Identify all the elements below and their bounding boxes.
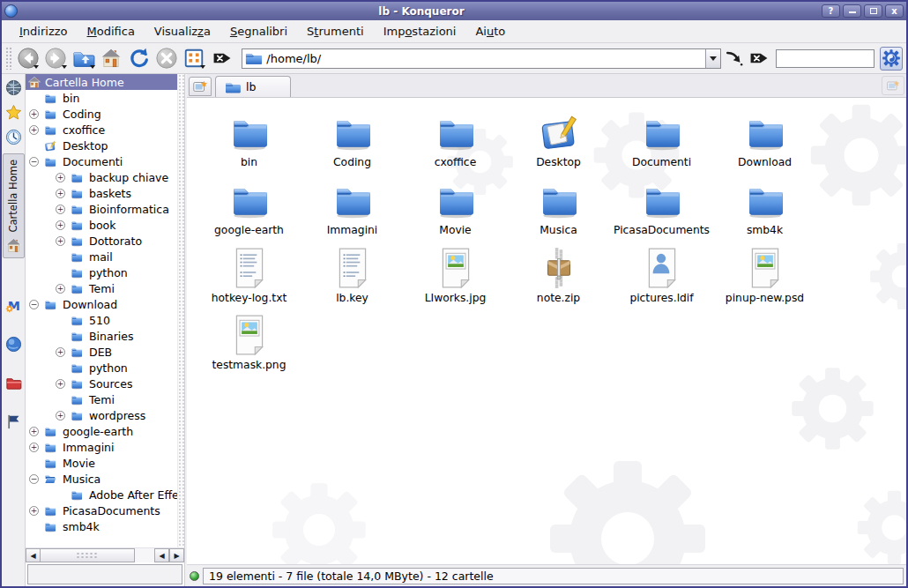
- file-item-movie[interactable]: Movie: [406, 178, 505, 237]
- new-tab-button[interactable]: [189, 77, 212, 96]
- up-dropdown-arrow[interactable]: [90, 65, 95, 69]
- file-item-testmask-png[interactable]: testmask.png: [200, 313, 299, 372]
- expand-icon[interactable]: +: [56, 379, 65, 389]
- tree-item-sources[interactable]: +Sources: [26, 376, 177, 391]
- sidebar-tab-home-folder[interactable]: Cartella Home: [3, 153, 25, 258]
- file-item-download[interactable]: Download: [716, 110, 815, 169]
- tree-item-temi[interactable]: Temi: [26, 391, 177, 407]
- up-button[interactable]: [71, 45, 97, 71]
- search-input[interactable]: [776, 49, 875, 68]
- reload-button[interactable]: [126, 45, 152, 71]
- minimize-button[interactable]: [843, 4, 861, 18]
- file-item-note-zip[interactable]: note.zip: [510, 246, 608, 305]
- forward-button[interactable]: [42, 45, 68, 71]
- tree-item-backup-chiave[interactable]: +backup chiave: [26, 169, 177, 185]
- tree-vertical-scrollbar[interactable]: [177, 74, 184, 547]
- file-item-coding[interactable]: Coding: [303, 110, 402, 169]
- tree-item-movie[interactable]: Movie: [26, 455, 177, 471]
- back-dropdown-arrow[interactable]: [33, 65, 39, 69]
- tree-item-download[interactable]: −Download: [26, 296, 177, 312]
- tree-item-immagini[interactable]: +Immagini: [26, 439, 177, 455]
- tree-item-smb4k[interactable]: smb4k: [26, 518, 177, 534]
- close-tab-button[interactable]: [882, 76, 904, 95]
- tree-item-deb[interactable]: +DEB: [26, 344, 177, 360]
- scroll-left-arrow[interactable]: ◀: [26, 548, 41, 562]
- expand-icon[interactable]: +: [56, 205, 65, 214]
- file-item-cxoffice[interactable]: cxoffice: [406, 110, 505, 169]
- toolbar-handle[interactable]: [5, 47, 11, 70]
- tree-item-musica[interactable]: −Musica: [26, 471, 177, 487]
- file-item-liworks-jpg[interactable]: LIworks.jpg: [406, 246, 505, 305]
- tab-lb[interactable]: lb: [215, 76, 291, 97]
- scroll-thumb[interactable]: [41, 548, 135, 562]
- scroll-left-arrow-2[interactable]: ◀: [154, 548, 169, 562]
- file-item-documenti[interactable]: Documenti: [613, 110, 711, 169]
- expand-icon[interactable]: +: [56, 173, 65, 182]
- sidebar-tab-services[interactable]: [3, 294, 25, 316]
- tree-item-cxoffice[interactable]: +cxoffice: [26, 122, 177, 138]
- stop-button[interactable]: [153, 45, 179, 71]
- tree-item-adobe-after-effects-7[interactable]: Adobe After Effects 7: [26, 487, 177, 502]
- menu-item-visualizza[interactable]: Visualizza: [145, 22, 220, 41]
- tree-item-temi[interactable]: +Temi: [26, 280, 177, 296]
- menu-item-impostazioni[interactable]: Impostazioni: [375, 22, 465, 41]
- close-button[interactable]: x: [885, 4, 904, 18]
- expand-icon[interactable]: +: [56, 236, 65, 246]
- tree-item-wordpress[interactable]: +wordpress: [26, 407, 177, 423]
- tree-item-binaries[interactable]: Binaries: [26, 328, 177, 344]
- file-item-musica[interactable]: Musica: [510, 178, 608, 237]
- file-item-pictures-ldif[interactable]: pictures.ldif: [613, 246, 711, 305]
- collapse-icon[interactable]: −: [29, 157, 39, 167]
- collapse-icon[interactable]: −: [29, 474, 39, 484]
- clear-location-button[interactable]: [209, 45, 234, 71]
- icon-view-mode-button[interactable]: [182, 45, 207, 71]
- expand-icon[interactable]: +: [29, 427, 39, 436]
- expand-icon[interactable]: +: [56, 220, 65, 230]
- file-item-hotkey-log-txt[interactable]: hotkey-log.txt: [200, 246, 299, 305]
- tree-item-book[interactable]: +book: [26, 217, 177, 233]
- sidebar-tab-history[interactable]: [3, 125, 25, 148]
- menu-item-strumenti[interactable]: Strumenti: [298, 22, 373, 41]
- tree-item-coding[interactable]: +Coding: [26, 106, 177, 122]
- tree-item-desktop[interactable]: Desktop: [26, 138, 177, 153]
- sidebar-tab-root-folder[interactable]: [3, 371, 25, 394]
- file-item-lb-key[interactable]: lb.key: [303, 246, 402, 305]
- tree-item-baskets[interactable]: +baskets: [26, 185, 177, 201]
- konqueror-button[interactable]: [880, 47, 903, 71]
- file-item-pinup-new-psd[interactable]: pinup-new.psd: [716, 246, 815, 305]
- file-item-immagini[interactable]: Immagini: [303, 178, 402, 237]
- scroll-track[interactable]: [135, 548, 154, 562]
- expand-icon[interactable]: +: [56, 284, 65, 294]
- tree-item-dottorato[interactable]: +Dottorato: [26, 233, 177, 249]
- expand-icon[interactable]: +: [29, 443, 39, 452]
- tree-item-510[interactable]: 510: [26, 312, 177, 328]
- tree-horizontal-scrollbar[interactable]: ◀ ◀ ▶: [26, 547, 184, 562]
- help-button[interactable]: ?: [822, 4, 840, 18]
- home-button[interactable]: [99, 45, 124, 71]
- view-mode-dropdown-arrow[interactable]: [200, 65, 205, 69]
- file-item-google-earth[interactable]: google-earth: [200, 178, 299, 237]
- file-item-bin[interactable]: bin: [200, 110, 299, 169]
- file-item-smb4k[interactable]: smb4k: [716, 178, 815, 237]
- titlebar[interactable]: lb - Konqueror ? x: [2, 2, 906, 20]
- tree-item-mail[interactable]: mail: [26, 249, 177, 264]
- tree-item-python[interactable]: python: [26, 264, 177, 280]
- go-button[interactable]: [723, 45, 746, 71]
- location-input[interactable]: /home/lb/: [262, 52, 704, 65]
- location-bar[interactable]: /home/lb/: [242, 48, 720, 69]
- expand-icon[interactable]: +: [29, 109, 39, 119]
- location-dropdown-button[interactable]: [705, 49, 720, 68]
- sidebar-tab-web[interactable]: [3, 76, 25, 99]
- forward-dropdown-arrow[interactable]: [62, 65, 67, 69]
- clear-search-button[interactable]: [748, 45, 770, 71]
- sidebar-tab-bookmark-flag[interactable]: [3, 410, 25, 433]
- tree-item-google-earth[interactable]: +google-earth: [26, 423, 177, 439]
- maximize-button[interactable]: [864, 4, 882, 18]
- tree-item-picasadocuments[interactable]: +PicasaDocuments: [26, 502, 177, 518]
- tree-item-python[interactable]: python: [26, 360, 177, 376]
- tree-item-cartella-home[interactable]: Cartella Home: [26, 74, 177, 90]
- expand-icon[interactable]: +: [56, 411, 65, 421]
- file-item-desktop[interactable]: Desktop: [510, 110, 608, 169]
- tree-item-bioinformatica[interactable]: +Bioinformatica: [26, 201, 177, 217]
- expand-icon[interactable]: +: [29, 506, 39, 516]
